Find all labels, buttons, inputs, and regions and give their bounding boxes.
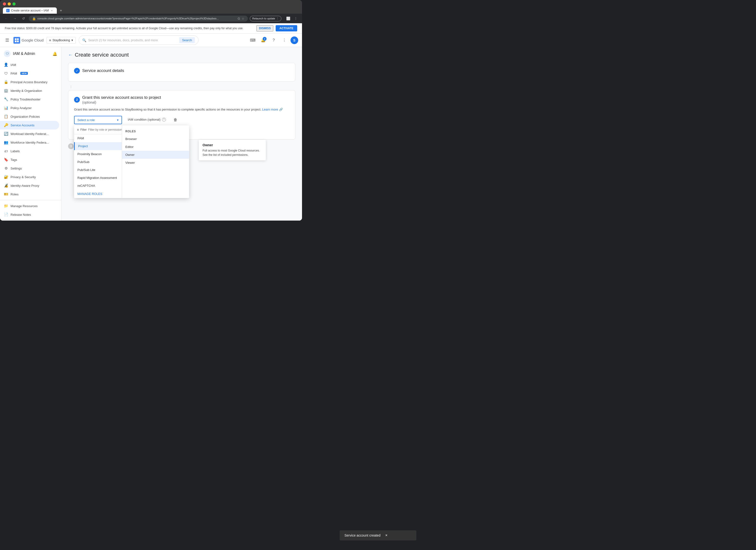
sidebar-item-identity-org[interactable]: 🏢 Identity & Organization	[0, 86, 59, 95]
reload-button[interactable]: ↺	[20, 15, 27, 22]
workload-identity-icon: 🔄	[4, 132, 8, 136]
hamburger-menu[interactable]: ☰	[4, 36, 11, 44]
step2-description: Grant this service account access to Sta…	[74, 107, 289, 112]
sidebar-item-tags[interactable]: 🔖 Tags	[0, 155, 59, 164]
role-browser[interactable]: Browser	[122, 135, 189, 143]
sidebar-item-policy-analyzer[interactable]: 📊 Policy Analyzer	[0, 104, 59, 112]
svg-rect-2	[15, 38, 17, 40]
filter-input[interactable]	[88, 128, 122, 131]
sidebar-item-privacy-security[interactable]: 🔐 Privacy & Security	[0, 173, 59, 181]
category-recaptcha[interactable]: reCAPTCHA	[74, 182, 122, 190]
tab-close-button[interactable]: ×	[50, 9, 53, 12]
user-avatar[interactable]: S	[291, 36, 298, 44]
filter-icon: ≡	[77, 128, 79, 132]
roles-icon: 🎫	[4, 192, 8, 196]
sidebar-item-iam[interactable]: 👤 IAM	[0, 60, 59, 69]
svg-text:G: G	[7, 10, 8, 12]
sidebar-collapse-button[interactable]: ◀|	[0, 219, 61, 221]
category-project[interactable]: Project	[74, 142, 122, 150]
project-selector[interactable]: ≡ StayBooking ▾	[47, 37, 76, 44]
sidebar-item-labels[interactable]: 🏷 Labels	[0, 147, 59, 155]
active-tab[interactable]: G Create service account – IAM ×	[3, 7, 57, 14]
sidebar-item-workload-identity[interactable]: 🔄 Workload Identity Federat...	[0, 129, 59, 138]
traffic-light-green[interactable]	[12, 2, 16, 6]
sidebar-item-label: Tags	[11, 158, 17, 162]
category-proximity-beacon[interactable]: Proximity Beacon	[74, 150, 122, 158]
browser-menu-button[interactable]: ⋮	[292, 15, 299, 22]
notification-button[interactable]: 🔔 2	[259, 36, 268, 45]
address-bar[interactable]: 🔒 console.cloud.google.com/iam-admin/ser…	[29, 16, 248, 22]
relaunch-menu-icon: ⋮	[276, 17, 279, 20]
sidebar-item-label: Workload Identity Federat...	[11, 132, 49, 136]
sidebar-bell-icon[interactable]: 🔔	[52, 52, 57, 56]
sidebar-item-service-accounts[interactable]: 🔑 Service Accounts	[0, 121, 59, 129]
back-nav-button[interactable]: ←	[3, 15, 10, 22]
step1-title: Service account details	[82, 68, 124, 73]
role-select-button[interactable]: Select a role ▾	[74, 116, 122, 124]
category-rapid-migration[interactable]: Rapid Migration Assessment	[74, 174, 122, 182]
traffic-light-red[interactable]	[3, 2, 6, 6]
sidebar-item-workforce-identity[interactable]: 👥 Workforce Identity Federa...	[0, 138, 59, 147]
code-editor-button[interactable]: ⌨	[248, 36, 257, 45]
extensions-button[interactable]: ⬜	[285, 15, 291, 22]
sidebar-item-identity-aware-proxy[interactable]: 🔏 Identity-Aware Proxy	[0, 181, 59, 190]
sidebar-item-release-notes[interactable]: 📄 Release Notes	[0, 210, 59, 219]
step2-subtitle: (optional)	[82, 100, 161, 104]
traffic-light-yellow[interactable]	[8, 2, 11, 6]
activate-button[interactable]: ACTIVATE	[276, 25, 297, 31]
sidebar-item-label: Principal Access Boundary	[11, 80, 47, 84]
sidebar-item-label: PAM	[11, 72, 17, 75]
identity-org-icon: 🏢	[4, 88, 8, 93]
forward-nav-button[interactable]: →	[12, 15, 18, 22]
svg-rect-4	[15, 41, 17, 42]
manage-resources-icon: 📁	[4, 204, 8, 208]
iam-condition-help-icon[interactable]: ?	[162, 118, 166, 122]
category-pam[interactable]: PAM	[74, 134, 122, 142]
step2-number: 2	[74, 97, 80, 103]
org-policies-icon: 📋	[4, 114, 8, 119]
svg-rect-5	[17, 41, 19, 42]
help-button[interactable]: ?	[269, 36, 278, 45]
role-select-text: Select a role	[77, 118, 95, 122]
sidebar-item-manage-resources[interactable]: 📁 Manage Resources	[0, 202, 59, 210]
notification-count: 2	[263, 37, 267, 41]
sidebar-item-label: Workforce Identity Federa...	[11, 141, 49, 144]
svg-rect-3	[17, 38, 19, 40]
sidebar-item-roles[interactable]: 🎫 Roles	[0, 190, 59, 199]
search-bar[interactable]: 🔍 Search (/) for resources, docs, produc…	[79, 35, 198, 45]
manage-roles-link[interactable]: MANAGE ROLES	[74, 190, 122, 198]
policy-troubleshooter-icon: 🔧	[4, 97, 8, 101]
sidebar-item-label: Release Notes	[11, 213, 31, 216]
learn-more-link[interactable]: Learn more 🔗	[262, 108, 283, 111]
back-button[interactable]: ←	[68, 53, 72, 58]
category-pub-sub-lite[interactable]: Pub/Sub Lite	[74, 166, 122, 174]
relaunch-button[interactable]: Relaunch to update ⋮	[250, 16, 281, 21]
filter-row: ≡ Filter	[74, 125, 122, 134]
address-text: console.cloud.google.com/iam-admin/servi…	[37, 17, 236, 20]
sidebar-item-pam[interactable]: 🛡 PAM NEW	[0, 69, 59, 78]
project-dropdown-icon: ▾	[71, 38, 73, 42]
sidebar-item-pab[interactable]: 🔒 Principal Access Boundary	[0, 78, 59, 86]
notification-bar: Free trial status: $300.00 credit and 78…	[0, 23, 302, 34]
bookmark-icon[interactable]: ☆	[242, 17, 244, 20]
delete-role-button[interactable]: 🗑	[172, 116, 179, 124]
new-tab-button[interactable]: +	[58, 7, 64, 14]
category-pub-sub[interactable]: Pub/Sub	[74, 158, 122, 166]
role-viewer[interactable]: Viewer	[122, 159, 189, 167]
search-button[interactable]: Search	[179, 37, 195, 43]
owner-tooltip: Owner Full access to most Google Cloud r…	[199, 140, 266, 160]
page-title: Create service account	[75, 52, 129, 58]
labels-icon: 🏷	[4, 149, 8, 153]
roles-header: Roles	[122, 128, 189, 135]
release-notes-icon: 📄	[4, 212, 8, 217]
sidebar-item-policy-troubleshooter[interactable]: 🔧 Policy Troubleshooter	[0, 95, 59, 104]
sidebar-item-org-policies[interactable]: 📋 Organization Policies	[0, 112, 59, 121]
role-editor[interactable]: Editor	[122, 143, 189, 151]
dismiss-button[interactable]: DISMISS	[256, 25, 273, 31]
dropdown-categories-panel: ≡ Filter PAM Project	[74, 125, 122, 198]
role-owner[interactable]: Owner	[122, 151, 189, 159]
iam-condition-button[interactable]: IAM condition (optional) ?	[125, 116, 169, 123]
more-options-button[interactable]: ⋮	[280, 36, 289, 45]
filter-label: Filter	[80, 128, 87, 131]
sidebar-item-settings[interactable]: ⚙ Settings	[0, 164, 59, 173]
